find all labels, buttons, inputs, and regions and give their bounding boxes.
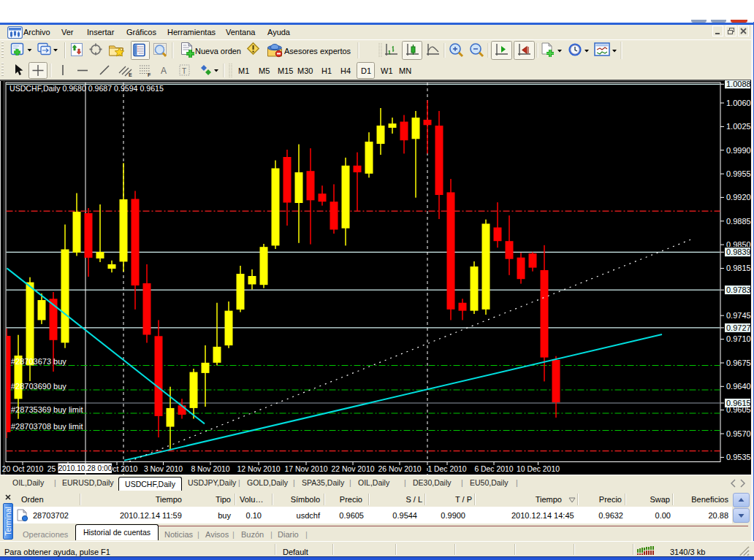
svg-text:0.9640: 0.9640 [726,382,751,391]
svg-text:0.9745: 0.9745 [726,311,751,320]
svg-text:0.9535: 0.9535 [726,453,751,461]
svg-text:Nueva orden: Nueva orden [195,47,241,55]
svg-text:0.9990: 0.9990 [726,146,751,155]
svg-text:0.9710: 0.9710 [726,334,751,343]
svg-text:1.0060: 1.0060 [726,99,751,107]
svg-text:10 Dec 2010: 10 Dec 2010 [517,465,560,473]
svg-text:0.9675: 0.9675 [726,358,751,367]
svg-text:1.0088: 1.0088 [726,80,751,88]
svg-text:T: T [182,66,186,74]
svg-text:20 Oct 2010: 20 Oct 2010 [2,465,44,473]
svg-text:USDCHF,Daily 0.9680 0.9687 0.: USDCHF,Daily 0.9680 0.9687 0.9594 0.9615 [9,84,164,93]
svg-text:6 Dec 2010: 6 Dec 2010 [474,465,513,473]
svg-text:E: E [129,72,132,77]
svg-text:0.9570: 0.9570 [726,429,751,438]
svg-text:1 Dec 2010: 1 Dec 2010 [427,465,466,473]
svg-text:0.9955: 0.9955 [726,169,751,178]
svg-text:#28703708 buy limit: #28703708 buy limit [11,422,83,431]
svg-text:0.9605: 0.9605 [726,405,751,414]
svg-text:M15: M15 [278,66,293,74]
svg-text:D1: D1 [361,66,371,74]
svg-text:M1: M1 [238,66,249,74]
svg-text:A: A [161,66,167,76]
svg-text:12 Nov 2010: 12 Nov 2010 [237,465,281,473]
svg-text:0.9920: 0.9920 [726,193,751,202]
svg-text:M30: M30 [297,66,313,74]
svg-text:17 Nov 2010: 17 Nov 2010 [285,465,328,473]
svg-text:0.9815: 0.9815 [726,264,751,272]
svg-text:Asesores expertos: Asesores expertos [284,47,351,55]
svg-text:22 Nov 2010: 22 Nov 2010 [332,465,375,473]
svg-text:F: F [148,72,151,77]
svg-text:H1: H1 [321,66,332,74]
svg-text:0.9727: 0.9727 [726,323,751,332]
svg-text:8 Nov 2010: 8 Nov 2010 [191,465,229,473]
svg-text:#28703673 buy: #28703673 buy [11,357,66,366]
svg-text:2010.10.28 0:00: 2010.10.28 0:00 [58,464,113,472]
svg-text:1.0025: 1.0025 [726,122,751,131]
svg-text:M5: M5 [259,66,270,74]
svg-text:0.9885: 0.9885 [726,217,751,226]
svg-text:0.9783: 0.9783 [726,285,751,294]
svg-text:MN: MN [399,66,411,74]
svg-text:W1: W1 [381,66,393,74]
svg-text:26 Nov 2010: 26 Nov 2010 [378,465,422,473]
svg-text:0.9839: 0.9839 [726,248,751,256]
svg-text:#28703690 buy: #28703690 buy [11,382,66,391]
svg-text:3 Nov 2010: 3 Nov 2010 [144,465,183,473]
svg-text:H4: H4 [340,66,351,74]
svg-text:#28735369 buy limit: #28735369 buy limit [11,405,83,414]
